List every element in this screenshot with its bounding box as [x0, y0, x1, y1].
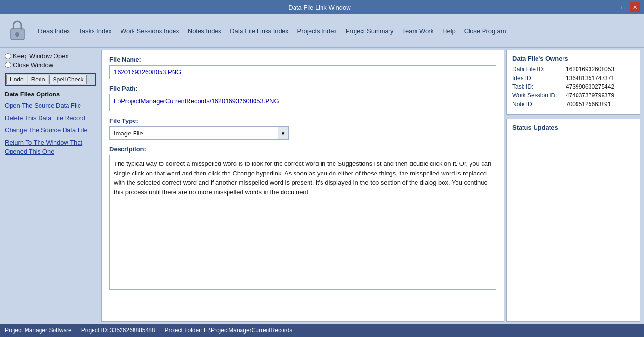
idea-id-key: Idea ID: [512, 75, 563, 81]
sidebar: Keep Window Open Close Window Undo Redo … [0, 48, 101, 324]
nav-ideas-index[interactable]: Ideas Index [38, 27, 70, 35]
status-bar: Project Manager Software Project ID: 335… [0, 324, 644, 337]
redo-button[interactable]: Redo [28, 75, 49, 84]
title-bar: Data File Link Window – □ ✕ [0, 0, 644, 14]
nav-data-file-links-index[interactable]: Data File Links Index [230, 27, 288, 35]
data-file-id-row: Data File ID: 162016932608053 [512, 66, 634, 73]
edit-buttons-group: Undo Redo Spell Check [5, 73, 96, 86]
return-window-link[interactable]: Return To The Window That Opened This On… [5, 138, 96, 157]
svg-rect-2 [16, 34, 18, 37]
nav-bar: Ideas Index Tasks Index Work Sessions In… [0, 14, 644, 48]
delete-record-link[interactable]: Delete This Data File Record [5, 113, 96, 123]
spell-check-button[interactable]: Spell Check [49, 75, 87, 84]
file-path-value[interactable]: F:\ProjectManagerCurrentRecords\16201693… [109, 94, 496, 111]
minimize-button[interactable]: – [606, 2, 617, 12]
close-window-button[interactable]: ✕ [630, 2, 640, 12]
note-id-row: Note ID: 70095125663891 [512, 101, 634, 108]
change-source-link[interactable]: Change The Source Data File [5, 125, 96, 135]
owners-box: Data File's Owners Data File ID: 1620169… [506, 50, 640, 115]
work-session-id-key: Work Session ID: [512, 92, 563, 99]
file-type-label: File Type: [109, 117, 496, 124]
task-id-key: Task ID: [512, 83, 563, 90]
logo-icon [7, 18, 28, 43]
keep-window-open-radio[interactable] [5, 53, 11, 59]
work-session-id-row: Work Session ID: 474037379799379 [512, 92, 634, 99]
work-session-id-val: 474037379799379 [566, 92, 614, 99]
window-controls: – □ ✕ [606, 2, 640, 12]
description-text[interactable]: The typical way to correct a misspelled … [109, 155, 496, 290]
description-label: Description: [109, 146, 496, 153]
nav-close-program[interactable]: Close Program [464, 27, 506, 35]
note-id-key: Note ID: [512, 101, 563, 108]
data-file-id-key: Data File ID: [512, 66, 563, 73]
file-type-select[interactable]: Image File Document Spreadsheet PDF Othe… [109, 126, 278, 140]
open-source-link[interactable]: Open The Source Data File [5, 101, 96, 110]
status-title: Status Updates [512, 124, 634, 131]
form-area: File Name: 162016932608053.PNG File Path… [101, 50, 504, 322]
status-project-folder: Project Folder: F:\ProjectManagerCurrent… [165, 327, 293, 334]
nav-work-sessions-index[interactable]: Work Sessions Index [121, 27, 179, 35]
main-window: Ideas Index Tasks Index Work Sessions In… [0, 14, 644, 337]
close-window-radio[interactable] [5, 62, 11, 68]
file-name-label: File Name: [109, 56, 496, 63]
window-mode-group: Keep Window Open Close Window [5, 53, 96, 68]
maximize-button[interactable]: □ [618, 2, 629, 12]
nav-projects-index[interactable]: Projects Index [297, 27, 337, 35]
nav-help[interactable]: Help [443, 27, 456, 35]
sidebar-section-title: Data Files Options [5, 91, 96, 98]
status-box: Status Updates [506, 119, 640, 322]
select-dropdown-arrow[interactable]: ▼ [278, 126, 289, 140]
content-area: Keep Window Open Close Window Undo Redo … [0, 48, 644, 324]
owners-title: Data File's Owners [512, 55, 634, 62]
nav-tasks-index[interactable]: Tasks Index [79, 27, 112, 35]
data-file-id-val: 162016932608053 [566, 66, 614, 73]
status-software: Project Manager Software [5, 327, 72, 334]
file-path-label: File Path: [109, 85, 496, 92]
nav-notes-index[interactable]: Notes Index [188, 27, 221, 35]
right-panel: Data File's Owners Data File ID: 1620169… [504, 48, 644, 324]
status-project-id: Project ID: 33526268885488 [81, 327, 155, 334]
keep-window-open-option[interactable]: Keep Window Open [5, 53, 96, 60]
app-logo [5, 18, 30, 43]
close-window-option[interactable]: Close Window [5, 61, 96, 68]
idea-id-row: Idea ID: 136481351747371 [512, 75, 634, 81]
nav-links: Ideas Index Tasks Index Work Sessions In… [38, 27, 639, 35]
idea-id-val: 136481351747371 [566, 75, 614, 81]
task-id-val: 473990630275442 [566, 83, 614, 90]
task-id-row: Task ID: 473990630275442 [512, 83, 634, 90]
title-bar-title: Data File Link Window [33, 4, 606, 11]
nav-team-work[interactable]: Team Work [402, 27, 434, 35]
file-name-value[interactable]: 162016932608053.PNG [109, 65, 496, 79]
file-type-select-wrapper: Image File Document Spreadsheet PDF Othe… [109, 126, 496, 140]
note-id-val: 70095125663891 [566, 101, 611, 108]
undo-button[interactable]: Undo [6, 75, 27, 84]
nav-project-summary[interactable]: Project Summary [346, 27, 394, 35]
